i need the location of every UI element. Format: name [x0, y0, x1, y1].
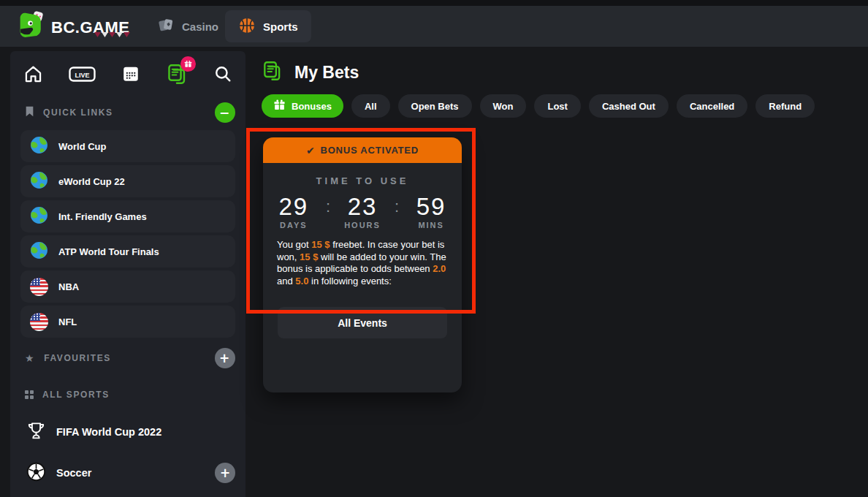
usa-flag-icon [30, 278, 48, 296]
sidebar-item-label: World Cup [58, 141, 106, 152]
sidebar-item-soccer[interactable]: Soccer + [10, 462, 245, 484]
filter-bonuses[interactable]: Bonuses [262, 94, 343, 118]
countdown-separator: : [395, 194, 399, 229]
countdown-timer: 29 DAYS : 23 HOURS : 59 MINS [263, 194, 462, 229]
sidebar-item-fifa-world-cup-2022[interactable]: FIFA World Cup 2022 [10, 421, 245, 443]
sidebar-item-label: Soccer [56, 467, 91, 479]
sidebar-item-label: eWorld Cup 22 [58, 176, 125, 187]
my-bets-icon[interactable] [166, 63, 188, 86]
sidebar-item-label: ATP World Tour Finals [58, 246, 159, 257]
filter-lost[interactable]: Lost [534, 94, 580, 118]
tab-sports[interactable]: Sports [225, 10, 311, 42]
timer-title: TIME TO USE [263, 175, 462, 186]
favourites-title: FAVOURITES [44, 353, 111, 363]
sidebar-item-int-friendly-games[interactable]: Int. Friendly Games [20, 200, 235, 232]
top-navbar: BC.GAME Casino [0, 6, 868, 47]
countdown-days: 29 DAYS [273, 194, 314, 229]
sidebar-item-world-cup[interactable]: World Cup [20, 130, 235, 162]
filter-label: Bonuses [292, 101, 332, 112]
favourites-header: ★ FAVOURITES + [10, 348, 245, 368]
bcgame-logo-icon [15, 11, 45, 45]
page-title-text: My Bets [294, 63, 359, 83]
tab-casino[interactable]: Casino [143, 10, 232, 42]
countdown-mins-value: 59 [411, 194, 452, 220]
my-bets-icon [262, 60, 283, 85]
filter-cashed-out[interactable]: Cashed Out [589, 94, 669, 118]
filter-open-bets[interactable]: Open Bets [398, 94, 472, 118]
filter-cancelled[interactable]: Cancelled [677, 94, 747, 118]
quick-links-collapse-button[interactable]: − [215, 102, 235, 123]
sidebar-item-nfl[interactable]: NFL [20, 306, 235, 338]
filter-all[interactable]: All [351, 94, 390, 118]
filter-won[interactable]: Won [480, 94, 527, 118]
countdown-mins-label: MINS [411, 221, 452, 229]
star-icon: ★ [25, 352, 35, 364]
sidebar-item-label: FIFA World Cup 2022 [56, 426, 161, 438]
sidebar-item-nba[interactable]: NBA [20, 270, 235, 303]
live-icon[interactable]: LIVE [69, 65, 96, 83]
bonus-description: You got 15 $ freebet. In case your bet i… [277, 239, 448, 287]
bonus-card: ✔ BONUS ACTIVATED TIME TO USE 29 DAYS : … [263, 137, 462, 392]
basketball-icon [238, 17, 256, 37]
logo-bunting-decoration [94, 24, 131, 43]
sidebar-item-atp-world-tour-finals[interactable]: ATP World Tour Finals [20, 235, 235, 268]
gift-icon [273, 99, 286, 113]
live-icon-label: LIVE [75, 71, 89, 78]
favourites-add-button[interactable]: + [215, 348, 235, 368]
bet-filters: Bonuses All Open Bets Won Lost Cashed Ou… [262, 94, 815, 118]
filter-label: Refund [769, 101, 802, 112]
bonus-status-text: BONUS ACTIVATED [320, 145, 419, 156]
globe-icon [30, 136, 48, 157]
countdown-days-value: 29 [273, 194, 314, 220]
globe-icon [30, 171, 48, 192]
soccer-ball-icon [26, 462, 46, 485]
quick-links-list: World Cup eWorld Cup 22 Int. Friendly Ga… [10, 130, 245, 338]
bookmark-icon [25, 106, 34, 119]
quick-links-title: QUICK LINKS [43, 107, 113, 118]
countdown-hours: 23 HOURS [342, 194, 383, 229]
countdown-separator: : [326, 194, 330, 229]
countdown-days-label: DAYS [273, 221, 314, 229]
countdown-mins: 59 MINS [411, 194, 452, 229]
schedule-icon[interactable] [121, 64, 140, 83]
home-icon[interactable] [23, 64, 43, 84]
globe-icon [30, 206, 48, 227]
bonus-status-banner: ✔ BONUS ACTIVATED [263, 137, 462, 163]
countdown-hours-label: HOURS [342, 221, 383, 229]
all-events-button[interactable]: All Events [278, 307, 447, 338]
sidebar-item-eworld-cup-22[interactable]: eWorld Cup 22 [20, 165, 235, 197]
tab-casino-label: Casino [182, 20, 218, 33]
checkmark-icon: ✔ [306, 145, 316, 156]
all-sports-title: ALL SPORTS [42, 390, 110, 400]
bonus-badge-icon [180, 56, 196, 72]
sidebar-item-label: NFL [58, 316, 77, 327]
globe-icon [30, 241, 48, 262]
browser-top-strip [0, 0, 868, 6]
bcgame-logo-text: BC.GAME [51, 18, 129, 37]
sidebar-item-label: NBA [58, 281, 79, 292]
grid-icon [25, 390, 34, 399]
filter-refund[interactable]: Refund [755, 94, 815, 118]
filter-label: Open Bets [411, 101, 459, 112]
filter-label: Cancelled [690, 101, 734, 112]
filter-label: Won [493, 101, 514, 112]
filter-label: Cashed Out [602, 101, 655, 112]
countdown-hours-value: 23 [342, 194, 383, 220]
sidebar-icon-row: LIVE [10, 61, 245, 86]
sidebar: LIVE [10, 51, 245, 497]
trophy-icon [26, 421, 46, 444]
soccer-expand-button[interactable]: + [215, 463, 235, 483]
cards-icon [156, 16, 175, 37]
sidebar-item-label: Int. Friendly Games [58, 211, 147, 222]
all-sports-header: ALL SPORTS [10, 384, 245, 405]
filter-label: All [365, 101, 377, 112]
page-title: My Bets [262, 60, 359, 85]
search-icon[interactable] [213, 64, 232, 83]
usa-flag-icon [30, 313, 48, 331]
tab-sports-label: Sports [263, 20, 298, 33]
filter-label: Lost [547, 101, 567, 112]
bcgame-logo[interactable]: BC.GAME [15, 11, 129, 45]
quick-links-header: QUICK LINKS − [10, 102, 245, 123]
